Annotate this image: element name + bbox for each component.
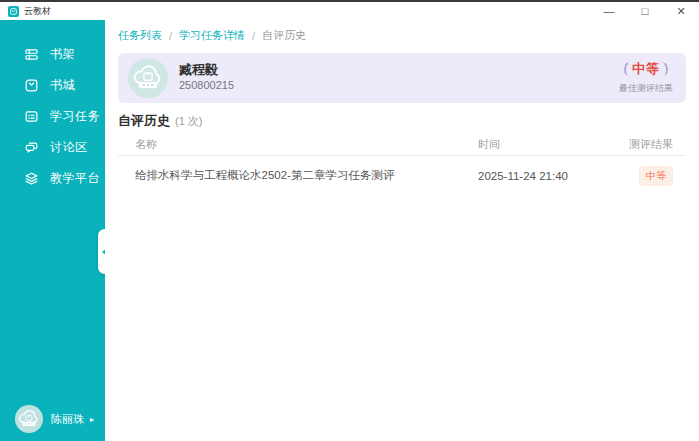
sidebar-item-label: 书架 — [50, 46, 75, 63]
breadcrumb-separator: / — [252, 30, 255, 42]
laurel-right-icon — [662, 61, 671, 77]
bookshelf-icon — [24, 47, 39, 62]
sidebar: 书架 书城 学习任务 讨论区 — [0, 20, 105, 441]
student-name: 臧程毅 — [179, 61, 218, 79]
laurel-left-icon — [621, 61, 630, 77]
chevron-right-icon: ▸ — [90, 415, 94, 424]
student-card: 臧程毅 250800215 中等 最佳测评结果 — [118, 53, 686, 103]
sidebar-item-bookshelf[interactable]: 书架 — [0, 39, 105, 70]
result-badge: 中等 — [639, 166, 673, 186]
sidebar-item-bookstore[interactable]: 书城 — [0, 70, 105, 101]
col-header-time: 时间 — [478, 137, 609, 152]
table-header: 名称 时间 测评结果 — [118, 133, 686, 156]
col-header-name: 名称 — [135, 137, 478, 152]
breadcrumb-task-list[interactable]: 任务列表 — [118, 28, 162, 43]
sidebar-item-tasks[interactable]: 学习任务 — [0, 101, 105, 132]
app-title: 云教材 — [24, 5, 51, 18]
sidebar-item-label: 书城 — [50, 77, 75, 94]
user-avatar — [15, 405, 43, 433]
row-time: 2025-11-24 21:40 — [478, 170, 609, 182]
app-logo-icon — [8, 6, 19, 17]
best-result-block: 中等 最佳测评结果 — [619, 60, 673, 95]
titlebar: 云教材 — □ ✕ — [0, 2, 699, 20]
sidebar-item-label: 学习任务 — [50, 108, 100, 125]
sidebar-item-platform[interactable]: 教学平台 — [0, 163, 105, 194]
breadcrumb: 任务列表 / 学习任务详情 / 自评历史 — [118, 28, 306, 43]
row-result: 中等 — [609, 166, 673, 186]
best-grade-caption: 最佳测评结果 — [619, 82, 673, 95]
history-count: (1 次) — [175, 115, 203, 127]
close-button[interactable]: ✕ — [663, 2, 699, 20]
user-name: 陈丽珠 — [51, 412, 84, 427]
sidebar-item-discussion[interactable]: 讨论区 — [0, 132, 105, 163]
breadcrumb-task-detail[interactable]: 学习任务详情 — [179, 28, 245, 43]
maximize-button[interactable]: □ — [627, 2, 663, 20]
window-controls: — □ ✕ — [591, 2, 699, 20]
history-title: 自评历史 — [118, 113, 170, 128]
history-table: 名称 时间 测评结果 给排水科学与工程概论水2502-第二章学习任务测评 202… — [118, 133, 686, 195]
student-avatar — [128, 58, 168, 98]
tasks-icon — [24, 109, 39, 124]
discussion-icon — [24, 140, 39, 155]
breadcrumb-current: 自评历史 — [262, 28, 306, 43]
breadcrumb-separator: / — [169, 30, 172, 42]
table-row[interactable]: 给排水科学与工程概论水2502-第二章学习任务测评 2025-11-24 21:… — [118, 156, 686, 195]
col-header-result: 测评结果 — [609, 137, 673, 152]
sidebar-user[interactable]: 陈丽珠 ▸ — [0, 405, 105, 433]
sidebar-item-label: 教学平台 — [50, 170, 100, 187]
section-title: 自评历史(1 次) — [118, 112, 203, 130]
sidebar-nav: 书架 书城 学习任务 讨论区 — [0, 20, 105, 194]
row-task-name: 给排水科学与工程概论水2502-第二章学习任务测评 — [135, 168, 478, 183]
sidebar-item-label: 讨论区 — [50, 139, 88, 156]
best-grade: 中等 — [632, 60, 660, 78]
app-window: 云教材 — □ ✕ 书架 书城 — [0, 0, 699, 441]
student-id: 250800215 — [179, 79, 234, 91]
bookstore-icon — [24, 78, 39, 93]
main-content: 任务列表 / 学习任务详情 / 自评历史 臧程毅 250800215 中等 — [105, 20, 699, 441]
minimize-button[interactable]: — — [591, 2, 627, 20]
layers-icon — [24, 171, 39, 186]
